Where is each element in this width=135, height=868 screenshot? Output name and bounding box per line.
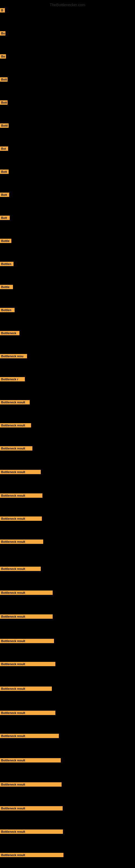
- bar-item: Bott: [0, 169, 9, 175]
- bar-item: Bottleneck result: [0, 614, 53, 620]
- bar-item: Bottleneck result: [0, 711, 55, 716]
- bar-label: Bottleneck result: [0, 782, 61, 786]
- bar-label: Bottle: [0, 239, 11, 243]
- bar-label: Bottleneck result: [0, 470, 41, 474]
- bar-item: Bottl: [0, 123, 9, 129]
- bar-item: Bottleneck resu: [0, 354, 27, 360]
- bar-item: Bot: [0, 147, 8, 152]
- bar-label: Bott: [0, 216, 10, 220]
- bar-label: Bottleneck result: [0, 400, 30, 404]
- bar-item: Bott: [0, 100, 8, 106]
- bar-item: Bottle: [0, 285, 13, 290]
- bar-item: Bottleneck result: [0, 734, 59, 739]
- bar-item: Bott: [0, 77, 8, 83]
- bar-item: Bottleneck result: [0, 686, 52, 692]
- bar-item: Bottleneck result: [0, 853, 63, 858]
- bar-item: Bottleneck result: [0, 590, 53, 596]
- bar-label: Bottleneck: [0, 331, 19, 335]
- bar-label: Bottleneck result: [0, 662, 55, 666]
- bar-label: Bottleneck result: [0, 539, 43, 544]
- bar-label: Bottleneck result: [0, 711, 55, 715]
- bar-item: Bottleneck result: [0, 662, 55, 667]
- bar-label: Bottleneck result: [0, 830, 63, 834]
- bar-item: Bottleneck: [0, 331, 19, 336]
- bar-label: Bottleneck result: [0, 493, 42, 498]
- bar-label: Bo: [0, 31, 5, 35]
- bar-item: Bottleneck result: [0, 423, 31, 429]
- bar-label: Bottlen: [0, 262, 13, 266]
- bar-item: Bottleneck result: [0, 517, 42, 522]
- bar-label: Bottl: [0, 123, 9, 128]
- bar-label: Bottleneck result: [0, 567, 41, 571]
- bar-label: Bottlen: [0, 308, 14, 312]
- bar-item: Bottleneck result: [0, 567, 41, 572]
- bar-item: Bottleneck r: [0, 377, 25, 382]
- bar-item: Bo: [0, 31, 5, 37]
- bar-item: Bo: [0, 54, 6, 60]
- bar-item: Bottleneck result: [0, 782, 61, 788]
- bar-label: Bottleneck result: [0, 639, 54, 643]
- bar-item: Bottleneck result: [0, 470, 41, 475]
- bar-label: Bottleneck result: [0, 423, 31, 428]
- bar-item: Bottleneck result: [0, 446, 32, 452]
- bar-label: Bottleneck result: [0, 686, 52, 691]
- bar-label: Bottleneck result: [0, 446, 32, 451]
- bar-label: Bott: [0, 77, 8, 82]
- bar-item: Bottleneck result: [0, 806, 63, 812]
- bar-label: Bottleneck result: [0, 758, 61, 763]
- bar-item: Bottle: [0, 239, 11, 244]
- bar-label: Bot: [0, 147, 8, 151]
- bar-item: Bottleneck result: [0, 639, 54, 644]
- site-title: TheBottlenecker.com: [49, 2, 86, 8]
- bar-item: Bott: [0, 216, 10, 221]
- bar-label: Bottleneck result: [0, 853, 63, 857]
- bar-label: Bottleneck result: [0, 614, 53, 619]
- bar-label: Bott: [0, 193, 9, 197]
- bar-item: Bott: [0, 193, 9, 198]
- bar-label: Bottleneck r: [0, 377, 25, 381]
- bar-item: B: [0, 8, 5, 13]
- bar-item: Bottleneck result: [0, 758, 61, 764]
- bar-label: Bottleneck result: [0, 806, 63, 810]
- bar-label: Bottleneck result: [0, 590, 53, 595]
- bar-item: Bottleneck result: [0, 539, 43, 545]
- bar-label: Bott: [0, 169, 9, 174]
- bar-item: Bottleneck result: [0, 493, 42, 499]
- bar-item: Bottleneck result: [0, 400, 30, 405]
- bar-label: Bottleneck result: [0, 734, 59, 738]
- bar-label: B: [0, 8, 5, 12]
- bar-item: Bottlen: [0, 308, 14, 313]
- bar-label: Bottleneck resu: [0, 354, 27, 358]
- bar-item: Bottlen: [0, 262, 13, 267]
- bar-label: Bottle: [0, 285, 13, 289]
- bar-label: Bottleneck result: [0, 517, 42, 521]
- bar-item: Bottleneck result: [0, 830, 63, 835]
- bar-label: Bott: [0, 100, 8, 105]
- bar-label: Bo: [0, 54, 6, 59]
